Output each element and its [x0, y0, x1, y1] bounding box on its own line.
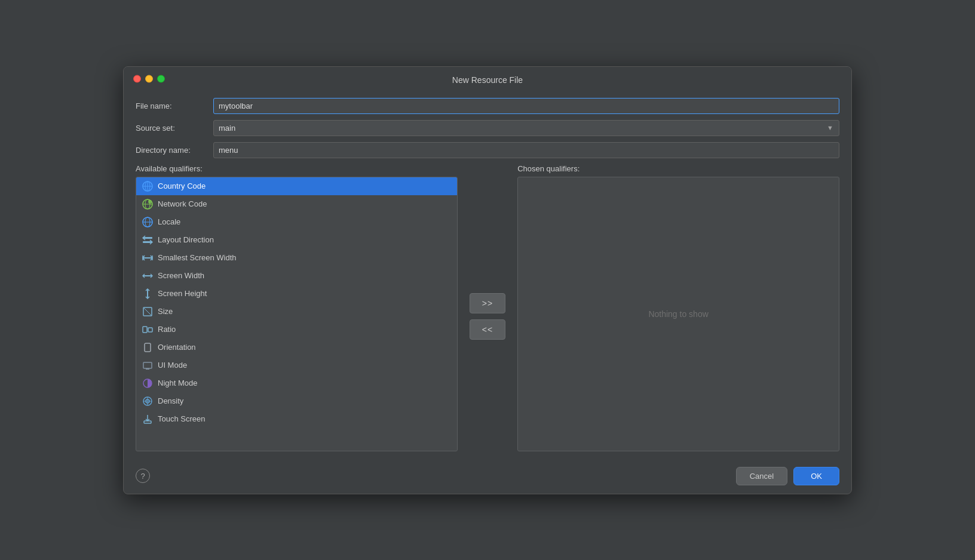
svg-rect-30 — [144, 421, 151, 423]
transfer-buttons-panel: >> << — [464, 182, 511, 451]
ratio-icon — [142, 324, 153, 335]
source-set-wrapper: main ▼ — [213, 120, 839, 136]
qualifier-item-country-code[interactable]: Country Code — [136, 177, 457, 195]
svg-rect-22 — [145, 343, 151, 352]
qualifier-item-screen-height[interactable]: Screen Height — [136, 285, 457, 303]
title-bar: New Resource File — [124, 67, 851, 91]
svg-point-7 — [148, 200, 152, 204]
qualifier-label-layout-direction: Layout Direction — [158, 235, 214, 244]
qualifier-item-size[interactable]: Size — [136, 303, 457, 321]
svg-rect-11 — [143, 237, 152, 239]
qualifier-item-network-code[interactable]: Network Code — [136, 195, 457, 213]
file-name-label: File name: — [136, 101, 213, 110]
available-qualifiers-panel: Available qualifiers: Country CodeNetwor… — [136, 164, 458, 451]
add-qualifier-button[interactable]: >> — [470, 293, 505, 313]
size-icon — [142, 306, 153, 317]
file-name-input[interactable] — [213, 98, 839, 114]
dialog-footer: ? Cancel OK — [124, 461, 851, 494]
qualifier-label-network-code: Network Code — [158, 199, 207, 208]
dialog-title: New Resource File — [452, 75, 523, 85]
dialog-body: File name: Source set: main ▼ Directory … — [124, 91, 851, 461]
close-button[interactable] — [133, 75, 141, 82]
svg-line-19 — [143, 307, 152, 316]
qualifier-item-density[interactable]: Density — [136, 392, 457, 410]
directory-name-row: Directory name: — [136, 142, 839, 158]
screen-width-icon — [142, 270, 153, 281]
ui-mode-icon — [142, 360, 153, 371]
qualifier-item-touch-screen[interactable]: Touch Screen — [136, 410, 457, 428]
ok-button[interactable]: OK — [793, 467, 839, 485]
new-resource-file-dialog: New Resource File File name: Source set:… — [123, 66, 852, 494]
remove-qualifier-button[interactable]: << — [470, 319, 505, 340]
minimize-button[interactable] — [145, 75, 153, 82]
available-qualifiers-list[interactable]: Country CodeNetwork CodeLocaleLayout Dir… — [136, 177, 458, 451]
qualifier-item-orientation[interactable]: Orientation — [136, 339, 457, 356]
qualifier-item-smallest-screen-width[interactable]: Smallest Screen Width — [136, 249, 457, 267]
locale-icon — [142, 217, 153, 227]
footer-buttons: Cancel OK — [736, 467, 839, 485]
qualifier-label-touch-screen: Touch Screen — [158, 414, 206, 423]
svg-rect-20 — [143, 327, 147, 333]
chosen-qualifiers-label: Chosen qualifiers: — [517, 164, 839, 173]
svg-rect-21 — [148, 328, 152, 332]
nothing-to-show-text: Nothing to show — [648, 309, 708, 319]
qualifier-item-screen-width[interactable]: Screen Width — [136, 267, 457, 285]
screen-height-icon — [142, 288, 153, 299]
qualifier-item-ratio[interactable]: Ratio — [136, 321, 457, 339]
country-code-icon — [142, 181, 153, 192]
touch-screen-icon — [142, 414, 153, 424]
network-code-icon — [142, 199, 153, 210]
qualifier-label-density: Density — [158, 396, 183, 405]
qualifier-item-ui-mode[interactable]: UI Mode — [136, 356, 457, 374]
qualifier-item-locale[interactable]: Locale — [136, 213, 457, 231]
qualifier-item-night-mode[interactable]: Night Mode — [136, 374, 457, 392]
layout-direction-icon — [142, 235, 153, 245]
directory-name-label: Directory name: — [136, 146, 213, 155]
chosen-qualifiers-list: Nothing to show — [517, 177, 839, 451]
qualifier-label-orientation: Orientation — [158, 343, 196, 352]
qualifier-label-screen-height: Screen Height — [158, 289, 207, 298]
qualifier-item-layout-direction[interactable]: Layout Direction — [136, 231, 457, 249]
qualifier-label-night-mode: Night Mode — [158, 379, 197, 387]
svg-rect-24 — [146, 368, 149, 370]
maximize-button[interactable] — [157, 75, 165, 82]
svg-rect-23 — [143, 362, 152, 368]
source-set-select[interactable]: main — [213, 120, 839, 136]
density-icon — [142, 396, 153, 407]
qualifier-label-ratio: Ratio — [158, 325, 176, 334]
available-qualifiers-label: Available qualifiers: — [136, 164, 458, 173]
cancel-button[interactable]: Cancel — [736, 467, 787, 485]
svg-rect-12 — [143, 241, 152, 243]
file-name-row: File name: — [136, 98, 839, 114]
directory-name-input[interactable] — [213, 142, 839, 158]
traffic-lights — [133, 75, 165, 82]
qualifier-label-locale: Locale — [158, 217, 180, 226]
orientation-icon — [142, 342, 153, 353]
help-button[interactable]: ? — [136, 469, 150, 483]
qualifier-label-size: Size — [158, 307, 173, 316]
smallest-screen-width-icon — [142, 253, 153, 263]
qualifier-label-smallest-screen-width: Smallest Screen Width — [158, 253, 237, 262]
chosen-qualifiers-panel: Chosen qualifiers: Nothing to show — [517, 164, 839, 451]
qualifier-label-screen-width: Screen Width — [158, 271, 204, 280]
source-set-label: Source set: — [136, 124, 213, 133]
source-set-row: Source set: main ▼ — [136, 120, 839, 136]
qualifier-label-ui-mode: UI Mode — [158, 361, 187, 370]
qualifier-label-country-code: Country Code — [158, 181, 206, 190]
night-mode-icon — [142, 378, 153, 389]
qualifiers-section: Available qualifiers: Country CodeNetwor… — [136, 164, 839, 451]
